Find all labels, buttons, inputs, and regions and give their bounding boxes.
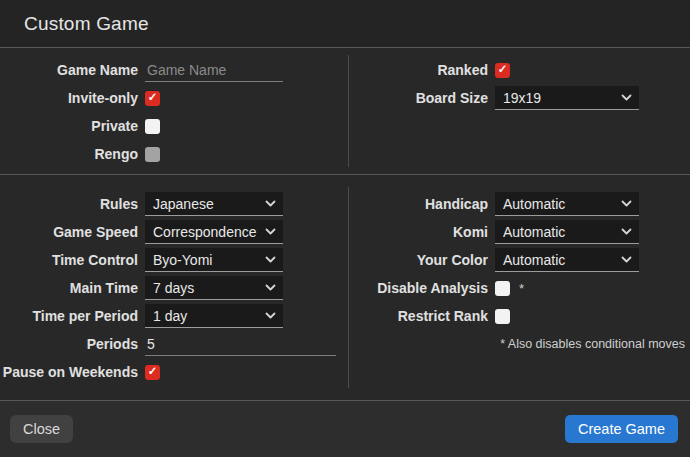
disable-analysis-asterisk: * [519, 281, 524, 296]
rengo-checkbox[interactable] [145, 147, 160, 162]
game-speed-row: Game Speed Correspondence [0, 218, 348, 246]
pause-on-weekends-row: Pause on Weekends ✓ [0, 358, 348, 386]
periods-input[interactable] [145, 333, 336, 356]
rengo-label: Rengo [0, 146, 145, 162]
checkmark-icon: ✓ [498, 64, 508, 76]
checkmark-icon: ✓ [148, 92, 158, 104]
checkmark-icon: ✓ [148, 366, 158, 378]
your-color-label: Your Color [348, 252, 495, 268]
game-name-input[interactable] [145, 59, 283, 82]
rules-label: Rules [0, 196, 145, 212]
game-speed-value: Correspondence [153, 224, 257, 240]
time-control-label: Time Control [0, 252, 145, 268]
game-speed-label: Game Speed [0, 224, 145, 240]
rules-select[interactable]: Japanese [145, 192, 283, 216]
rules-value: Japanese [153, 196, 214, 212]
game-name-label: Game Name [0, 62, 145, 78]
dialog-footer: Close Create Game [0, 400, 690, 457]
main-time-label: Main Time [0, 280, 145, 296]
your-color-value: Automatic [503, 252, 565, 268]
handicap-select[interactable]: Automatic [495, 192, 639, 216]
disable-analysis-row: Disable Analysis * [348, 274, 690, 302]
chevron-down-icon [621, 200, 632, 207]
dialog-header: Custom Game [0, 0, 690, 48]
dialog-title: Custom Game [24, 13, 149, 35]
conditional-moves-note: * Also disables conditional moves [348, 337, 690, 351]
close-button[interactable]: Close [10, 415, 73, 443]
rengo-row: Rengo [0, 140, 348, 168]
basic-settings-section: Game Name Invite-only ✓ Private Rengo Ra… [0, 48, 690, 174]
time-settings-column: Rules Japanese Game Speed Correspondence [0, 190, 348, 400]
komi-row: Komi Automatic [348, 218, 690, 246]
time-per-period-row: Time per Period 1 day [0, 302, 348, 330]
chevron-down-icon [265, 256, 276, 263]
advanced-settings-section: Rules Japanese Game Speed Correspondence [0, 174, 690, 400]
create-game-button[interactable]: Create Game [565, 415, 678, 443]
invite-only-row: Invite-only ✓ [0, 84, 348, 112]
invite-only-label: Invite-only [0, 90, 145, 106]
private-label: Private [0, 118, 145, 134]
time-control-select[interactable]: Byo-Yomi [145, 248, 283, 272]
time-control-value: Byo-Yomi [153, 252, 212, 268]
komi-select[interactable]: Automatic [495, 220, 639, 244]
board-size-value: 19x19 [503, 90, 541, 106]
custom-game-dialog: Custom Game Game Name Invite-only ✓ Priv… [0, 0, 690, 457]
main-time-select[interactable]: 7 days [145, 276, 283, 300]
main-time-value: 7 days [153, 280, 194, 296]
chevron-down-icon [621, 256, 632, 263]
board-size-select[interactable]: 19x19 [495, 86, 639, 110]
time-per-period-label: Time per Period [0, 308, 145, 324]
chevron-down-icon [265, 284, 276, 291]
handicap-settings-column: Handicap Automatic Komi Automatic [348, 190, 690, 400]
private-row: Private [0, 112, 348, 140]
board-size-label: Board Size [348, 90, 495, 106]
disable-analysis-label: Disable Analysis [348, 280, 495, 296]
pause-on-weekends-checkbox[interactable]: ✓ [145, 365, 160, 380]
game-speed-select[interactable]: Correspondence [145, 220, 283, 244]
invite-only-checkbox[interactable]: ✓ [145, 91, 160, 106]
chevron-down-icon [621, 228, 632, 235]
handicap-row: Handicap Automatic [348, 190, 690, 218]
basic-right-column: Ranked ✓ Board Size 19x19 [348, 56, 690, 174]
handicap-value: Automatic [503, 196, 565, 212]
private-checkbox[interactable] [145, 119, 160, 134]
main-time-row: Main Time 7 days [0, 274, 348, 302]
time-per-period-value: 1 day [153, 308, 187, 324]
board-size-row: Board Size 19x19 [348, 84, 690, 112]
time-per-period-select[interactable]: 1 day [145, 304, 283, 328]
chevron-down-icon [265, 228, 276, 235]
time-control-row: Time Control Byo-Yomi [0, 246, 348, 274]
periods-label: Periods [0, 336, 145, 352]
game-name-row: Game Name [0, 56, 348, 84]
restrict-rank-row: Restrict Rank [348, 302, 690, 330]
ranked-row: Ranked ✓ [348, 56, 690, 84]
pause-on-weekends-label: Pause on Weekends [0, 364, 145, 380]
handicap-label: Handicap [348, 196, 495, 212]
chevron-down-icon [621, 94, 632, 101]
basic-left-column: Game Name Invite-only ✓ Private Rengo [0, 56, 348, 174]
vertical-divider [348, 55, 349, 167]
restrict-rank-checkbox[interactable] [495, 309, 510, 324]
chevron-down-icon [265, 200, 276, 207]
restrict-rank-label: Restrict Rank [348, 308, 495, 324]
komi-value: Automatic [503, 224, 565, 240]
periods-row: Periods [0, 330, 348, 358]
ranked-checkbox[interactable]: ✓ [495, 63, 510, 78]
rules-row: Rules Japanese [0, 190, 348, 218]
your-color-select[interactable]: Automatic [495, 248, 639, 272]
komi-label: Komi [348, 224, 495, 240]
chevron-down-icon [265, 312, 276, 319]
ranked-label: Ranked [348, 62, 495, 78]
vertical-divider [348, 187, 349, 388]
disable-analysis-checkbox[interactable] [495, 281, 510, 296]
your-color-row: Your Color Automatic [348, 246, 690, 274]
